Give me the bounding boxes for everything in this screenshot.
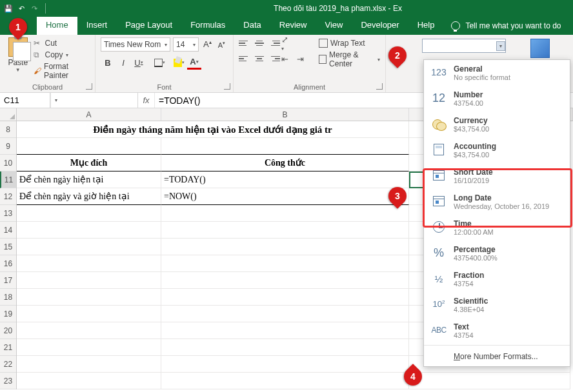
- align-top-button[interactable]: [239, 37, 252, 49]
- cell[interactable]: [161, 222, 409, 239]
- format-painter-button[interactable]: 🖌Format Painter: [34, 62, 90, 80]
- font-launcher[interactable]: [224, 83, 230, 90]
- name-box-drop[interactable]: ▾: [50, 93, 61, 108]
- rowhdr-16[interactable]: 16: [0, 255, 16, 272]
- tab-view[interactable]: View: [316, 16, 352, 35]
- nf-short_date[interactable]: Short Date16/10/2019: [424, 163, 570, 189]
- cell[interactable]: [17, 289, 161, 306]
- cell[interactable]: [17, 222, 161, 239]
- cell-b11[interactable]: =TODAY(): [161, 172, 409, 188]
- orientation-button[interactable]: ⤢▾: [281, 37, 298, 49]
- cell[interactable]: [17, 373, 161, 389]
- rowhdr-10[interactable]: 10: [0, 155, 16, 172]
- rowhdr-14[interactable]: 14: [0, 222, 16, 239]
- undo-icon[interactable]: ↶: [17, 4, 26, 13]
- cell[interactable]: [161, 255, 409, 272]
- cell[interactable]: [17, 272, 161, 289]
- tab-page-layout[interactable]: Page Layout: [116, 16, 181, 35]
- cell[interactable]: [17, 205, 161, 222]
- shrink-font-button[interactable]: A▾: [216, 41, 227, 49]
- tab-developer[interactable]: Developer: [352, 16, 408, 35]
- cell[interactable]: [161, 205, 409, 222]
- more-number-formats[interactable]: More Number Formats...: [424, 347, 570, 366]
- increase-indent-button[interactable]: ⇥: [297, 53, 311, 64]
- fill-color-button[interactable]: ▾: [172, 55, 186, 70]
- colhdr-b[interactable]: B: [161, 108, 409, 121]
- cell[interactable]: [161, 356, 409, 373]
- font-name-select[interactable]: Times New Rom▾: [101, 37, 170, 52]
- cell[interactable]: [17, 255, 161, 272]
- save-icon[interactable]: 💾: [4, 4, 13, 13]
- wrap-text-button[interactable]: Wrap Text: [319, 39, 380, 48]
- cut-button[interactable]: ✂Cut: [34, 39, 90, 48]
- tell-me[interactable]: Tell me what you want to do: [443, 17, 568, 35]
- cell[interactable]: [161, 138, 409, 155]
- rowhdr-13[interactable]: 13: [0, 205, 16, 222]
- cell[interactable]: [161, 306, 409, 322]
- align-middle-button[interactable]: [253, 37, 266, 49]
- align-center-button[interactable]: [253, 53, 266, 64]
- number-format-select[interactable]: ▾: [422, 39, 506, 53]
- cell[interactable]: [17, 339, 161, 356]
- nf-long_date[interactable]: Long DateWednesday, October 16, 2019: [424, 189, 570, 215]
- cell[interactable]: [409, 373, 570, 389]
- fx-icon[interactable]: fx: [138, 93, 155, 108]
- merge-center-button[interactable]: Merge & Center▾: [319, 50, 380, 68]
- rowhdr-21[interactable]: 21: [0, 339, 16, 356]
- cell[interactable]: [161, 239, 409, 255]
- align-left-button[interactable]: [239, 53, 252, 64]
- tab-data[interactable]: Data: [234, 16, 270, 35]
- name-box[interactable]: C11: [0, 93, 50, 108]
- rowhdr-8[interactable]: 8: [0, 121, 16, 138]
- cell[interactable]: [161, 339, 409, 356]
- cell[interactable]: [17, 356, 161, 373]
- cell-a12[interactable]: Để chèn ngày và giờ hiện tại: [17, 188, 161, 205]
- select-all-corner[interactable]: [0, 108, 17, 121]
- chevron-down-icon[interactable]: ▼: [15, 67, 21, 73]
- rowhdr-18[interactable]: 18: [0, 289, 16, 306]
- nf-general[interactable]: 123GeneralNo specific format: [424, 60, 570, 86]
- rowhdr-9[interactable]: 9: [0, 138, 16, 155]
- font-size-select[interactable]: 14▾: [173, 37, 199, 52]
- cell[interactable]: [161, 272, 409, 289]
- nf-fraction[interactable]: ½Fraction43754: [424, 266, 570, 292]
- tab-home[interactable]: Home: [37, 16, 77, 35]
- cell[interactable]: [161, 322, 409, 339]
- decrease-indent-button[interactable]: ⇤: [281, 53, 296, 64]
- cell[interactable]: [17, 239, 161, 255]
- font-color-button[interactable]: A▾: [187, 55, 201, 70]
- nf-currency[interactable]: Currency$43,754.00: [424, 112, 570, 137]
- rowhdr-23[interactable]: 23: [0, 373, 16, 389]
- copy-button[interactable]: ⧉Copy▾: [34, 50, 90, 59]
- rowhdr-17[interactable]: 17: [0, 272, 16, 289]
- cell[interactable]: [161, 289, 409, 306]
- align-bottom-button[interactable]: [267, 37, 280, 49]
- nf-text[interactable]: ABCText43754: [424, 318, 570, 344]
- redo-icon[interactable]: ↷: [30, 4, 39, 13]
- nf-scientific[interactable]: 102Scientific4.38E+04: [424, 292, 570, 318]
- cell[interactable]: [17, 138, 161, 155]
- alignment-launcher[interactable]: [376, 83, 383, 90]
- rowhdr-12[interactable]: 12: [0, 188, 16, 205]
- header-purpose[interactable]: Mục đích: [17, 155, 161, 172]
- header-formula[interactable]: Công thức: [161, 155, 409, 172]
- paste-button[interactable]: Paste ▼: [5, 37, 31, 73]
- cell-a11[interactable]: Để chèn ngày hiện tại: [17, 172, 161, 188]
- tab-review[interactable]: Review: [270, 16, 316, 35]
- rowhdr-11[interactable]: 11: [0, 172, 16, 188]
- tab-help[interactable]: Help: [408, 16, 444, 35]
- tab-insert[interactable]: Insert: [77, 16, 117, 35]
- bold-button[interactable]: B: [101, 55, 115, 70]
- nf-time[interactable]: Time12:00:00 AM: [424, 215, 570, 240]
- align-right-button[interactable]: [267, 53, 280, 64]
- rowhdr-22[interactable]: 22: [0, 356, 16, 373]
- grow-font-button[interactable]: A▴: [201, 39, 214, 49]
- title-cell[interactable]: Điền ngày tháng năm hiện tại vào Excel d…: [17, 121, 409, 138]
- cell[interactable]: [17, 322, 161, 339]
- nf-number[interactable]: 12Number43754.00: [424, 86, 570, 112]
- italic-button[interactable]: I: [116, 55, 130, 70]
- nf-accounting[interactable]: Accounting$43,754.00: [424, 137, 570, 163]
- chevron-down-icon[interactable]: ▾: [496, 41, 505, 51]
- tab-formulas[interactable]: Formulas: [181, 16, 234, 35]
- nf-percentage[interactable]: %Percentage4375400.00%: [424, 240, 570, 266]
